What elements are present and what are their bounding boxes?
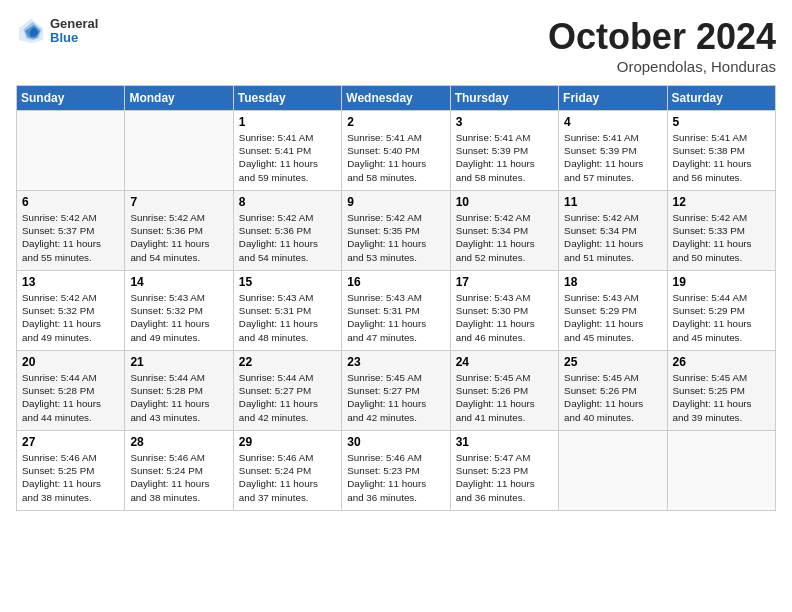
- day-number: 17: [456, 275, 553, 289]
- weekday-monday: Monday: [125, 86, 233, 111]
- calendar-week-3: 13Sunrise: 5:42 AMSunset: 5:32 PMDayligh…: [17, 271, 776, 351]
- calendar-header: SundayMondayTuesdayWednesdayThursdayFrid…: [17, 86, 776, 111]
- day-number: 16: [347, 275, 444, 289]
- calendar-cell: 6Sunrise: 5:42 AMSunset: 5:37 PMDaylight…: [17, 191, 125, 271]
- calendar-cell: 9Sunrise: 5:42 AMSunset: 5:35 PMDaylight…: [342, 191, 450, 271]
- day-number: 22: [239, 355, 336, 369]
- calendar-cell: 26Sunrise: 5:45 AMSunset: 5:25 PMDayligh…: [667, 351, 775, 431]
- page-header: General Blue October 2024 Oropendolas, H…: [16, 16, 776, 75]
- day-info: Sunrise: 5:45 AMSunset: 5:27 PMDaylight:…: [347, 371, 444, 424]
- logo-text: General Blue: [50, 17, 98, 46]
- calendar-cell: 11Sunrise: 5:42 AMSunset: 5:34 PMDayligh…: [559, 191, 667, 271]
- day-info: Sunrise: 5:43 AMSunset: 5:29 PMDaylight:…: [564, 291, 661, 344]
- day-number: 12: [673, 195, 770, 209]
- day-number: 15: [239, 275, 336, 289]
- day-info: Sunrise: 5:41 AMSunset: 5:38 PMDaylight:…: [673, 131, 770, 184]
- calendar-cell: 1Sunrise: 5:41 AMSunset: 5:41 PMDaylight…: [233, 111, 341, 191]
- calendar-cell: [125, 111, 233, 191]
- calendar-cell: 17Sunrise: 5:43 AMSunset: 5:30 PMDayligh…: [450, 271, 558, 351]
- day-info: Sunrise: 5:42 AMSunset: 5:34 PMDaylight:…: [564, 211, 661, 264]
- day-info: Sunrise: 5:41 AMSunset: 5:41 PMDaylight:…: [239, 131, 336, 184]
- logo-general: General: [50, 17, 98, 31]
- day-number: 3: [456, 115, 553, 129]
- weekday-wednesday: Wednesday: [342, 86, 450, 111]
- calendar-cell: 25Sunrise: 5:45 AMSunset: 5:26 PMDayligh…: [559, 351, 667, 431]
- calendar-cell: 4Sunrise: 5:41 AMSunset: 5:39 PMDaylight…: [559, 111, 667, 191]
- calendar-cell: 7Sunrise: 5:42 AMSunset: 5:36 PMDaylight…: [125, 191, 233, 271]
- logo-blue: Blue: [50, 31, 98, 45]
- calendar-cell: 24Sunrise: 5:45 AMSunset: 5:26 PMDayligh…: [450, 351, 558, 431]
- calendar-week-4: 20Sunrise: 5:44 AMSunset: 5:28 PMDayligh…: [17, 351, 776, 431]
- day-info: Sunrise: 5:42 AMSunset: 5:36 PMDaylight:…: [239, 211, 336, 264]
- day-number: 8: [239, 195, 336, 209]
- day-number: 2: [347, 115, 444, 129]
- day-info: Sunrise: 5:44 AMSunset: 5:29 PMDaylight:…: [673, 291, 770, 344]
- calendar-cell: [559, 431, 667, 511]
- day-number: 18: [564, 275, 661, 289]
- weekday-sunday: Sunday: [17, 86, 125, 111]
- day-number: 20: [22, 355, 119, 369]
- day-info: Sunrise: 5:42 AMSunset: 5:36 PMDaylight:…: [130, 211, 227, 264]
- day-info: Sunrise: 5:41 AMSunset: 5:39 PMDaylight:…: [564, 131, 661, 184]
- day-number: 7: [130, 195, 227, 209]
- day-number: 6: [22, 195, 119, 209]
- day-number: 25: [564, 355, 661, 369]
- day-number: 11: [564, 195, 661, 209]
- day-info: Sunrise: 5:42 AMSunset: 5:37 PMDaylight:…: [22, 211, 119, 264]
- day-number: 28: [130, 435, 227, 449]
- weekday-header-row: SundayMondayTuesdayWednesdayThursdayFrid…: [17, 86, 776, 111]
- calendar-body: 1Sunrise: 5:41 AMSunset: 5:41 PMDaylight…: [17, 111, 776, 511]
- day-info: Sunrise: 5:46 AMSunset: 5:24 PMDaylight:…: [239, 451, 336, 504]
- day-info: Sunrise: 5:43 AMSunset: 5:32 PMDaylight:…: [130, 291, 227, 344]
- calendar-cell: 3Sunrise: 5:41 AMSunset: 5:39 PMDaylight…: [450, 111, 558, 191]
- calendar-cell: 12Sunrise: 5:42 AMSunset: 5:33 PMDayligh…: [667, 191, 775, 271]
- day-info: Sunrise: 5:43 AMSunset: 5:31 PMDaylight:…: [239, 291, 336, 344]
- day-number: 14: [130, 275, 227, 289]
- calendar-cell: 5Sunrise: 5:41 AMSunset: 5:38 PMDaylight…: [667, 111, 775, 191]
- weekday-friday: Friday: [559, 86, 667, 111]
- day-number: 10: [456, 195, 553, 209]
- location: Oropendolas, Honduras: [548, 58, 776, 75]
- day-info: Sunrise: 5:44 AMSunset: 5:27 PMDaylight:…: [239, 371, 336, 424]
- day-number: 19: [673, 275, 770, 289]
- calendar-cell: 18Sunrise: 5:43 AMSunset: 5:29 PMDayligh…: [559, 271, 667, 351]
- day-info: Sunrise: 5:44 AMSunset: 5:28 PMDaylight:…: [22, 371, 119, 424]
- calendar-cell: 29Sunrise: 5:46 AMSunset: 5:24 PMDayligh…: [233, 431, 341, 511]
- day-info: Sunrise: 5:43 AMSunset: 5:30 PMDaylight:…: [456, 291, 553, 344]
- day-info: Sunrise: 5:46 AMSunset: 5:23 PMDaylight:…: [347, 451, 444, 504]
- day-info: Sunrise: 5:43 AMSunset: 5:31 PMDaylight:…: [347, 291, 444, 344]
- calendar-cell: 31Sunrise: 5:47 AMSunset: 5:23 PMDayligh…: [450, 431, 558, 511]
- calendar-cell: 10Sunrise: 5:42 AMSunset: 5:34 PMDayligh…: [450, 191, 558, 271]
- calendar-cell: 23Sunrise: 5:45 AMSunset: 5:27 PMDayligh…: [342, 351, 450, 431]
- day-info: Sunrise: 5:45 AMSunset: 5:26 PMDaylight:…: [564, 371, 661, 424]
- day-info: Sunrise: 5:45 AMSunset: 5:26 PMDaylight:…: [456, 371, 553, 424]
- day-number: 26: [673, 355, 770, 369]
- calendar-cell: 13Sunrise: 5:42 AMSunset: 5:32 PMDayligh…: [17, 271, 125, 351]
- day-number: 1: [239, 115, 336, 129]
- day-number: 23: [347, 355, 444, 369]
- calendar-cell: 20Sunrise: 5:44 AMSunset: 5:28 PMDayligh…: [17, 351, 125, 431]
- day-number: 13: [22, 275, 119, 289]
- calendar-cell: 21Sunrise: 5:44 AMSunset: 5:28 PMDayligh…: [125, 351, 233, 431]
- calendar-week-2: 6Sunrise: 5:42 AMSunset: 5:37 PMDaylight…: [17, 191, 776, 271]
- calendar-week-5: 27Sunrise: 5:46 AMSunset: 5:25 PMDayligh…: [17, 431, 776, 511]
- day-info: Sunrise: 5:42 AMSunset: 5:34 PMDaylight:…: [456, 211, 553, 264]
- calendar-cell: [667, 431, 775, 511]
- calendar-cell: 30Sunrise: 5:46 AMSunset: 5:23 PMDayligh…: [342, 431, 450, 511]
- day-number: 30: [347, 435, 444, 449]
- calendar-cell: 27Sunrise: 5:46 AMSunset: 5:25 PMDayligh…: [17, 431, 125, 511]
- day-info: Sunrise: 5:41 AMSunset: 5:40 PMDaylight:…: [347, 131, 444, 184]
- calendar-cell: 15Sunrise: 5:43 AMSunset: 5:31 PMDayligh…: [233, 271, 341, 351]
- calendar-cell: 8Sunrise: 5:42 AMSunset: 5:36 PMDaylight…: [233, 191, 341, 271]
- weekday-tuesday: Tuesday: [233, 86, 341, 111]
- calendar-cell: [17, 111, 125, 191]
- calendar-table: SundayMondayTuesdayWednesdayThursdayFrid…: [16, 85, 776, 511]
- calendar-cell: 19Sunrise: 5:44 AMSunset: 5:29 PMDayligh…: [667, 271, 775, 351]
- day-info: Sunrise: 5:45 AMSunset: 5:25 PMDaylight:…: [673, 371, 770, 424]
- calendar-cell: 28Sunrise: 5:46 AMSunset: 5:24 PMDayligh…: [125, 431, 233, 511]
- calendar-week-1: 1Sunrise: 5:41 AMSunset: 5:41 PMDaylight…: [17, 111, 776, 191]
- day-info: Sunrise: 5:47 AMSunset: 5:23 PMDaylight:…: [456, 451, 553, 504]
- day-number: 9: [347, 195, 444, 209]
- day-number: 27: [22, 435, 119, 449]
- day-number: 4: [564, 115, 661, 129]
